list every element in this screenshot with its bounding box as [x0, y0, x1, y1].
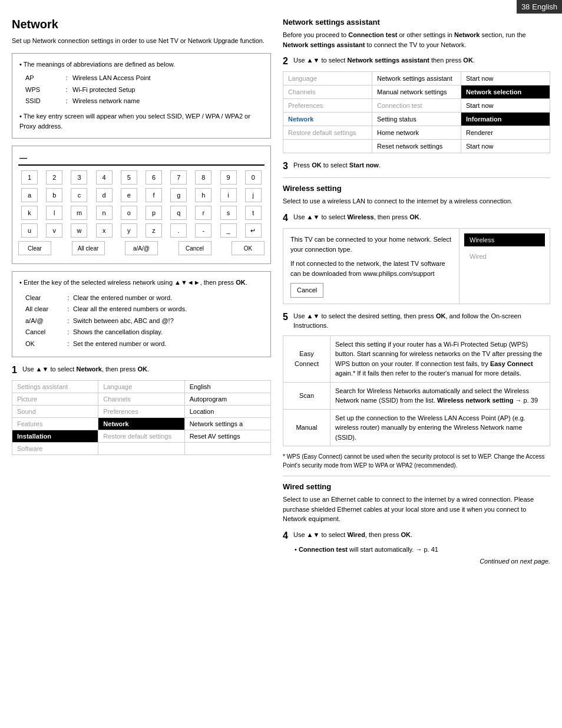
- key-k[interactable]: k: [21, 206, 38, 220]
- net-cell[interactable]: Network settings assistant: [372, 72, 461, 85]
- key-z[interactable]: z: [146, 223, 162, 238]
- step3-line: 3 Press OK to select Start now.: [283, 160, 550, 172]
- settings-cell[interactable]: Autoprogram: [185, 393, 270, 406]
- key-p[interactable]: p: [146, 206, 162, 220]
- net-cell[interactable]: Start now: [461, 72, 550, 85]
- key-v[interactable]: v: [46, 223, 62, 238]
- settings-cell-sound[interactable]: Sound: [12, 406, 98, 418]
- net-cell[interactable]: Connection test: [372, 99, 461, 112]
- key-0[interactable]: 0: [245, 170, 262, 185]
- key-w[interactable]: w: [71, 223, 87, 238]
- key-o[interactable]: o: [121, 206, 137, 220]
- net-cell[interactable]: Start now: [461, 99, 550, 112]
- net-cell-netsel[interactable]: Network selection: [461, 85, 550, 98]
- wireless-left-panel: This TV can be connected to your home ne…: [283, 229, 459, 304]
- settings-cell-netsettings[interactable]: Network settings a: [185, 418, 270, 430]
- left-title: Network: [12, 18, 271, 31]
- key-i[interactable]: i: [220, 188, 237, 202]
- key-b[interactable]: b: [46, 188, 62, 202]
- settings-cell-features[interactable]: Features: [12, 418, 98, 430]
- key-aat[interactable]: a/A/@: [125, 241, 158, 255]
- key-u[interactable]: u: [21, 223, 38, 238]
- key-return[interactable]: ↵: [245, 223, 262, 238]
- conn-desc-scan: Search for Wireless Networks automatical…: [330, 382, 550, 409]
- key-f[interactable]: f: [146, 188, 162, 202]
- key-j[interactable]: j: [245, 188, 262, 202]
- key-s[interactable]: s: [220, 206, 237, 220]
- key-a[interactable]: a: [21, 188, 38, 202]
- settings-cell-installation[interactable]: Installation: [12, 430, 98, 443]
- net-cell[interactable]: Home network: [372, 126, 461, 139]
- key-c[interactable]: c: [71, 188, 87, 202]
- key-underscore[interactable]: _: [220, 223, 237, 238]
- key-dash[interactable]: -: [195, 223, 211, 238]
- key-2[interactable]: 2: [46, 170, 62, 185]
- key-e[interactable]: e: [121, 188, 137, 202]
- key-n[interactable]: n: [96, 206, 113, 220]
- net-cell[interactable]: Preferences: [283, 99, 372, 112]
- settings-cell-restore[interactable]: Restore default settings: [98, 430, 184, 443]
- net-cell[interactable]: Reset network settings: [372, 140, 461, 153]
- key-9[interactable]: 9: [220, 170, 237, 185]
- settings-cell[interactable]: Picture: [12, 393, 98, 406]
- key-h[interactable]: h: [195, 188, 211, 202]
- key-l[interactable]: l: [46, 206, 62, 220]
- net-cell[interactable]: Language: [283, 72, 372, 85]
- settings-cell[interactable]: Settings assistant: [12, 381, 98, 393]
- key-y[interactable]: y: [121, 223, 137, 238]
- step5-line: 5 Use ▲▼ to select the desired setting, …: [283, 311, 550, 331]
- key-desc-table: Clear : Clear the entered number or word…: [24, 292, 188, 351]
- net-cell[interactable]: Restore default settings: [283, 126, 372, 139]
- net-cell[interactable]: Setting status: [372, 113, 461, 126]
- key-q[interactable]: q: [170, 206, 187, 220]
- step1-number: 1: [12, 364, 20, 375]
- settings-cell-location[interactable]: Location: [185, 406, 270, 418]
- key-t[interactable]: t: [245, 206, 262, 220]
- key-cancel[interactable]: Cancel: [178, 241, 211, 255]
- key-r[interactable]: r: [195, 206, 211, 220]
- key-g[interactable]: g: [170, 188, 187, 202]
- key-1[interactable]: 1: [21, 170, 38, 185]
- key-x[interactable]: x: [96, 223, 113, 238]
- key-4[interactable]: 4: [96, 170, 113, 185]
- key-d[interactable]: d: [96, 188, 113, 202]
- key-8[interactable]: 8: [195, 170, 211, 185]
- settings-cell-network[interactable]: Network: [98, 418, 184, 430]
- settings-cell[interactable]: Language: [98, 381, 184, 393]
- conn-name-scan: Scan: [283, 382, 330, 409]
- net-cell[interactable]: Channels: [283, 85, 372, 98]
- settings-cell-software[interactable]: Software: [12, 443, 98, 454]
- settings-cell-resetav[interactable]: Reset AV settings: [185, 430, 270, 443]
- key-row-actions: Clear All clear a/A/@ Cancel OK: [18, 241, 265, 255]
- step5-text: Use ▲▼ to select the desired setting, th…: [293, 311, 550, 331]
- net-cell-network[interactable]: Network: [283, 113, 372, 126]
- settings-cell-prefs[interactable]: Preferences: [98, 406, 184, 418]
- key-row-numbers: 1 2 3 4 5 6 7 8 9 0: [18, 170, 265, 185]
- settings-row-2: Picture Channels Autoprogram: [12, 393, 270, 406]
- key-ok[interactable]: OK: [232, 241, 265, 255]
- key-allclear[interactable]: All clear: [72, 241, 105, 255]
- left-intro: Set up Network connection settings in or…: [12, 36, 271, 46]
- key-6[interactable]: 6: [146, 170, 162, 185]
- key-clear[interactable]: Clear: [18, 241, 51, 255]
- cancel-button[interactable]: Cancel: [290, 283, 323, 298]
- key-3[interactable]: 3: [71, 170, 87, 185]
- net-row-3: Preferences Connection test Start now: [283, 99, 550, 113]
- net-cell-manual[interactable]: Manual network settings: [372, 85, 461, 98]
- wireless-option-wireless[interactable]: Wireless: [464, 233, 545, 246]
- settings-cell[interactable]: Channels: [98, 393, 184, 406]
- wireless-option-wired[interactable]: Wired: [464, 250, 545, 263]
- abbrev-table: AP : Wireless LAN Access Point WPS : Wi-…: [24, 72, 152, 108]
- key-5[interactable]: 5: [121, 170, 137, 185]
- net-assistant-intro: Before you proceed to Connection test or…: [283, 30, 550, 50]
- key-7[interactable]: 7: [170, 170, 187, 185]
- wireless-cancel-row: Cancel: [290, 278, 452, 298]
- settings-cell[interactable]: English: [185, 381, 270, 393]
- net-assistant-title: Network settings assistant: [283, 18, 550, 27]
- net-cell[interactable]: Start now: [461, 140, 550, 153]
- net-cell[interactable]: Renderer: [461, 126, 550, 139]
- key-m[interactable]: m: [71, 206, 87, 220]
- key-row-uz: u v w x y z . - _ ↵: [18, 223, 265, 238]
- net-cell-info[interactable]: Information: [461, 113, 550, 126]
- key-dot[interactable]: .: [170, 223, 187, 238]
